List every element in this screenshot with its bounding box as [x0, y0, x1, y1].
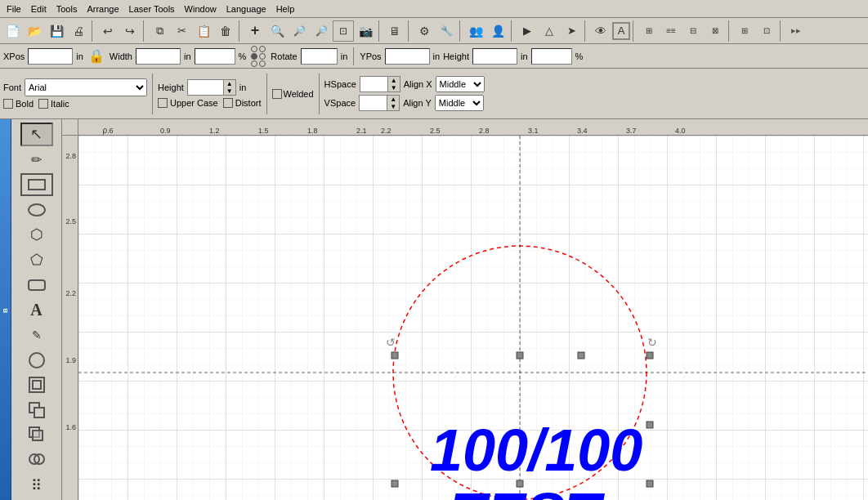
zoom-out-button[interactable]: 🔎 [311, 20, 332, 42]
stamp-button[interactable]: A [612, 22, 630, 40]
users-button[interactable]: 👥 [465, 20, 486, 42]
delete-button[interactable]: 🗑 [215, 20, 236, 42]
cursor-button[interactable]: ▶ [517, 20, 538, 42]
extra-button[interactable]: ▸▸ [785, 20, 807, 42]
vspace-up[interactable]: ▲ [387, 96, 399, 103]
eye-button[interactable]: 👁 [590, 20, 611, 42]
triangle-button[interactable]: △ [539, 20, 560, 42]
textheight-spinner[interactable]: 0.1411 ▲ ▼ [187, 79, 236, 96]
tool-rectangle[interactable] [20, 173, 53, 197]
new-button[interactable]: 📄 [2, 20, 23, 42]
sel-handle-tr2[interactable] [647, 352, 653, 359]
welded-row[interactable]: Welded [272, 89, 314, 99]
distort-checkbox[interactable] [223, 98, 233, 108]
height-input[interactable]: 1.0000 [475, 51, 515, 61]
sel-handle-tl[interactable] [391, 352, 398, 359]
welded-checkbox[interactable] [272, 89, 282, 99]
height-field[interactable]: 1.0000 [472, 48, 517, 65]
textheight-dn[interactable]: ▼ [224, 87, 235, 95]
tool-pencil[interactable]: ✏ [20, 148, 53, 172]
sym3-button[interactable]: ⊟ [682, 20, 704, 42]
pct2-input[interactable]: 100.000 [534, 51, 570, 61]
sel-handle-ml[interactable] [391, 480, 398, 487]
font-select[interactable]: Arial [25, 78, 147, 96]
tool-weld[interactable] [20, 449, 53, 472]
sym2-button[interactable]: ≡≡ [660, 20, 682, 42]
vspace-arrows[interactable]: ▲ ▼ [387, 95, 400, 111]
screenshot-button[interactable]: 📷 [355, 20, 376, 42]
tool-combine[interactable] [20, 423, 53, 447]
hspace-dn[interactable]: ▼ [388, 84, 400, 92]
tool-group[interactable] [20, 373, 53, 397]
move-button[interactable]: + [244, 20, 266, 42]
zoom-fit-button[interactable]: ⊡ [333, 20, 354, 42]
sym4-button[interactable]: ⊠ [705, 20, 726, 42]
italic-checkbox[interactable] [38, 99, 48, 109]
save-button[interactable]: 💾 [46, 20, 67, 42]
user-button[interactable]: 👤 [487, 20, 508, 42]
open-button[interactable]: 📂 [24, 20, 45, 42]
menu-help[interactable]: Help [271, 2, 300, 16]
redo-button[interactable]: ↪ [119, 20, 141, 42]
uppercase-checkbox[interactable] [158, 98, 168, 108]
copy-button[interactable]: ⧉ [149, 20, 170, 42]
sel-handle-tr[interactable] [578, 352, 584, 359]
zoom-in-button[interactable]: 🔎 [289, 20, 310, 42]
text-sub[interactable]: TEST [450, 481, 606, 500]
aligny-select[interactable]: Middle [435, 95, 484, 111]
menu-arrange[interactable]: Arrange [82, 2, 123, 16]
textheight-up[interactable]: ▲ [224, 80, 235, 87]
tools-button[interactable]: 🔧 [436, 20, 457, 42]
distort-check[interactable]: Distort [223, 98, 262, 108]
text-main[interactable]: 100/100 [430, 417, 642, 483]
menu-window[interactable]: Window [180, 2, 221, 16]
vspace-dn[interactable]: ▼ [387, 103, 399, 110]
cut-button[interactable]: ✂ [171, 20, 192, 42]
rotate-field[interactable]: 0.00 [301, 48, 338, 65]
hspace-spinner[interactable]: 0.00 ▲ ▼ [360, 76, 400, 92]
bold-checkbox[interactable] [3, 99, 13, 109]
pct1-input[interactable]: 100.000 [197, 51, 233, 61]
menu-edit[interactable]: Edit [26, 2, 51, 16]
tool-polygon[interactable]: ⬠ [20, 248, 53, 272]
arrow-button[interactable]: ➤ [561, 20, 582, 42]
textheight-arrows[interactable]: ▲ ▼ [224, 79, 236, 96]
ypos-input[interactable]: 2.1654 [387, 51, 427, 61]
bold-check[interactable]: Bold [3, 99, 34, 109]
monitor-button[interactable]: 🖥 [384, 20, 405, 42]
sel-handle-mr[interactable] [647, 422, 653, 428]
sym1-button[interactable]: ⊞ [638, 20, 660, 42]
tool-text[interactable]: A [20, 298, 53, 322]
zoom-search-button[interactable]: 🔍 [266, 20, 288, 42]
canvas[interactable]: ↺ ↻ ↺ ↻ ↺ ↓ ↻ 100/100 TES [78, 136, 868, 500]
hspace-input[interactable]: 0.00 [360, 76, 388, 92]
canvas-area[interactable]: 0.6 0.9 1.2 1.5 1.8 2.1 2.2 2.5 2.8 3.1 … [62, 119, 868, 500]
tool-grid[interactable]: ⠿ [20, 473, 53, 497]
sym5-button[interactable]: ⊞ [734, 20, 755, 42]
pct1-field[interactable]: 100.000 [195, 48, 235, 65]
sel-handle-br2[interactable] [647, 480, 653, 487]
xpos-input[interactable]: 2.1654 [30, 51, 70, 61]
print-button[interactable]: 🖨 [68, 20, 89, 42]
tool-ellipse[interactable] [20, 198, 53, 221]
rotate-input[interactable]: 0.00 [303, 51, 335, 61]
paste-button[interactable]: 📋 [193, 20, 214, 42]
hspace-up[interactable]: ▲ [388, 77, 400, 84]
aspect-lock[interactable] [251, 46, 266, 67]
width-field[interactable]: 1.0000 [136, 48, 181, 65]
tool-select[interactable]: ↖ [20, 123, 53, 146]
vspace-input[interactable]: 0.00 [359, 95, 387, 111]
ypos-field[interactable]: 2.1654 [385, 48, 430, 65]
lock-icon[interactable]: 🔒 [88, 48, 105, 64]
tool-rounded-rect[interactable] [20, 273, 53, 297]
menu-language[interactable]: Language [221, 2, 271, 16]
xpos-field[interactable]: 2.1654 [28, 48, 73, 65]
menu-tools[interactable]: Tools [51, 2, 83, 16]
sel-handle-tm[interactable] [517, 352, 523, 359]
menu-file[interactable]: File [2, 2, 26, 16]
alignx-select[interactable]: Middle [436, 76, 485, 92]
italic-check[interactable]: Italic [38, 99, 69, 109]
tool-hexagon[interactable]: ⬡ [20, 223, 53, 247]
uppercase-check[interactable]: Upper Case [158, 98, 218, 108]
hspace-arrows[interactable]: ▲ ▼ [388, 76, 400, 92]
